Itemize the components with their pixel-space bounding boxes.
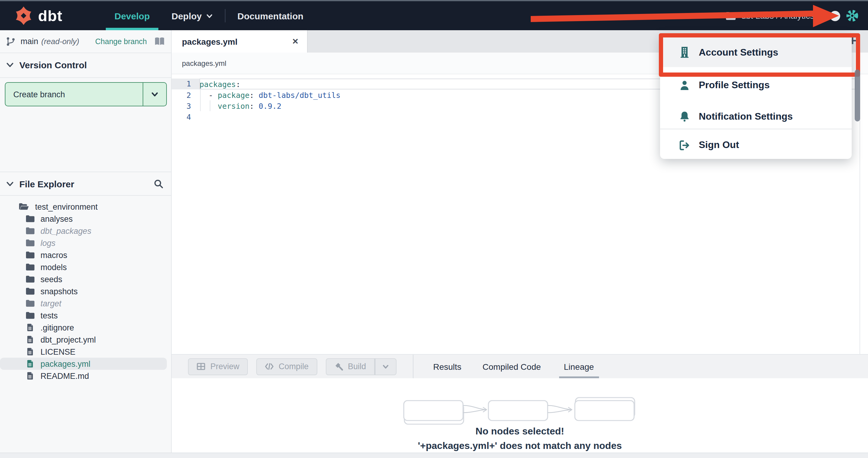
folder-icon bbox=[726, 11, 737, 20]
folder-icon bbox=[25, 287, 35, 295]
nav-tab-documentation[interactable]: Documentation bbox=[229, 1, 312, 30]
navbar-right: dbt Labs / Analytics bbox=[726, 9, 868, 22]
nav-tab-deploy[interactable]: Deploy bbox=[163, 1, 221, 30]
top-navbar: dbt Develop Deploy Documentation dbt Lab… bbox=[0, 1, 868, 30]
branch-readonly-label: (read-only) bbox=[41, 37, 80, 46]
lineage-empty-graph bbox=[401, 397, 638, 428]
bell-icon bbox=[678, 110, 691, 123]
file-explorer-title: File Explorer bbox=[19, 178, 74, 189]
folder-icon bbox=[25, 263, 35, 271]
annotation-highlight-box bbox=[659, 33, 860, 77]
chevron-down-icon bbox=[206, 12, 213, 19]
chevron-down-icon bbox=[6, 61, 14, 69]
change-branch-link[interactable]: Change branch bbox=[95, 37, 147, 45]
bottom-strip bbox=[0, 453, 868, 458]
dbt-cloud-ide: dbt Develop Deploy Documentation dbt Lab… bbox=[0, 0, 868, 458]
folder-icon bbox=[25, 239, 35, 247]
navbar-divider bbox=[225, 9, 225, 22]
book-icon[interactable] bbox=[154, 37, 165, 46]
tree-item-file[interactable]: README.md bbox=[0, 370, 171, 382]
indent-guide bbox=[200, 90, 201, 111]
tree-item-folder[interactable]: target bbox=[0, 297, 171, 309]
chevron-down-icon bbox=[382, 363, 389, 370]
build-button[interactable]: Build bbox=[326, 358, 374, 375]
help-icon[interactable] bbox=[830, 10, 840, 21]
breadcrumb-file[interactable]: packages.yml bbox=[182, 59, 226, 67]
chevron-down-icon bbox=[6, 180, 14, 188]
file-icon bbox=[25, 335, 35, 344]
tree-item-folder[interactable]: logs bbox=[0, 237, 171, 249]
folder-icon bbox=[25, 227, 35, 235]
tab-lineage[interactable]: Lineage bbox=[563, 354, 595, 379]
build-button-group: Build bbox=[326, 358, 396, 375]
file-icon bbox=[25, 348, 35, 356]
git-branch-icon bbox=[5, 36, 16, 46]
chevron-down-icon bbox=[151, 90, 159, 98]
version-control-header[interactable]: Version Control bbox=[0, 53, 171, 78]
file-icon bbox=[25, 371, 35, 380]
tree-item-folder[interactable]: macros bbox=[0, 249, 171, 261]
folder-icon bbox=[25, 299, 35, 307]
tree-item-folder[interactable]: test_environment bbox=[0, 201, 171, 213]
left-sidebar: main (read-only) Change branch Version C… bbox=[0, 30, 172, 453]
line-number: 3 bbox=[172, 101, 199, 110]
account-breadcrumb[interactable]: dbt Labs / Analytics bbox=[726, 11, 814, 21]
tree-item-folder[interactable]: dbt_packages bbox=[0, 225, 171, 237]
branch-row: main (read-only) Change branch bbox=[0, 30, 171, 53]
dbt-logo-icon bbox=[13, 5, 34, 26]
develop-active-underline bbox=[106, 28, 158, 30]
lineage-panel: No nodes selected! '+packages.yml+' does… bbox=[172, 378, 868, 458]
gear-icon[interactable] bbox=[846, 9, 859, 22]
line-number: 1 bbox=[172, 78, 199, 90]
build-dropdown-toggle[interactable] bbox=[374, 358, 396, 375]
tree-item-folder[interactable]: models bbox=[0, 261, 171, 273]
indent-guide bbox=[210, 100, 210, 111]
preview-button[interactable]: Preview bbox=[188, 358, 248, 375]
tree-item-folder[interactable]: seeds bbox=[0, 273, 171, 285]
lineage-message-title: No nodes selected! bbox=[172, 426, 868, 437]
table-grid-icon bbox=[196, 362, 206, 371]
menu-item-notification-settings[interactable]: Notification Settings bbox=[660, 101, 852, 132]
close-icon[interactable]: ✕ bbox=[292, 37, 299, 46]
bottom-action-bar: Preview Compile Build R bbox=[172, 354, 868, 378]
current-branch-name: main bbox=[21, 37, 38, 46]
lineage-message-detail: '+packages.yml+' does not match any node… bbox=[172, 440, 868, 451]
version-control-title: Version Control bbox=[19, 60, 87, 70]
tree-item-folder[interactable]: analyses bbox=[0, 213, 171, 225]
scrollbar-thumb[interactable] bbox=[855, 69, 860, 122]
file-tree: test_environment analyses dbt_packages l… bbox=[0, 201, 171, 382]
dbt-logo-text: dbt bbox=[38, 7, 63, 25]
search-icon[interactable] bbox=[154, 178, 164, 189]
file-explorer-header[interactable]: File Explorer bbox=[0, 172, 171, 196]
compile-button[interactable]: Compile bbox=[256, 358, 317, 375]
tree-item-file[interactable]: dbt_project.yml bbox=[0, 333, 171, 346]
folder-icon bbox=[25, 215, 35, 223]
screenshot: dbt Develop Deploy Documentation dbt Lab… bbox=[0, 0, 868, 458]
line-number: 2 bbox=[172, 90, 199, 99]
hammer-icon bbox=[334, 362, 343, 371]
file-icon bbox=[25, 323, 35, 332]
person-icon bbox=[678, 79, 691, 92]
nav-tab-develop[interactable]: Develop bbox=[106, 1, 158, 30]
create-branch-button[interactable]: Create branch bbox=[5, 82, 167, 106]
tab-packages-yml[interactable]: packages.yml ✕ bbox=[172, 30, 308, 53]
tab-results[interactable]: Results bbox=[432, 354, 462, 379]
menu-item-sign-out[interactable]: Sign Out bbox=[660, 129, 852, 161]
tree-item-file[interactable]: .gitignore bbox=[0, 322, 171, 333]
line-number: 4 bbox=[172, 112, 199, 121]
folder-icon bbox=[25, 311, 35, 320]
tree-item-file[interactable]: LICENSE bbox=[0, 346, 171, 358]
folder-icon bbox=[25, 251, 35, 259]
dbt-logo[interactable]: dbt bbox=[13, 5, 63, 26]
folder-icon bbox=[25, 275, 35, 283]
tree-item-file-selected[interactable]: packages.yml bbox=[0, 358, 167, 370]
tree-item-folder[interactable]: snapshots bbox=[0, 285, 171, 297]
folder-open-icon bbox=[18, 202, 30, 211]
sign-out-icon bbox=[678, 139, 691, 151]
file-icon bbox=[25, 360, 35, 368]
code-brackets-icon bbox=[265, 362, 274, 371]
tree-item-folder[interactable]: tests bbox=[0, 309, 171, 322]
create-branch-dropdown-toggle[interactable] bbox=[143, 83, 166, 106]
panel-divider bbox=[412, 354, 413, 379]
tab-compiled-code[interactable]: Compiled Code bbox=[482, 354, 542, 379]
